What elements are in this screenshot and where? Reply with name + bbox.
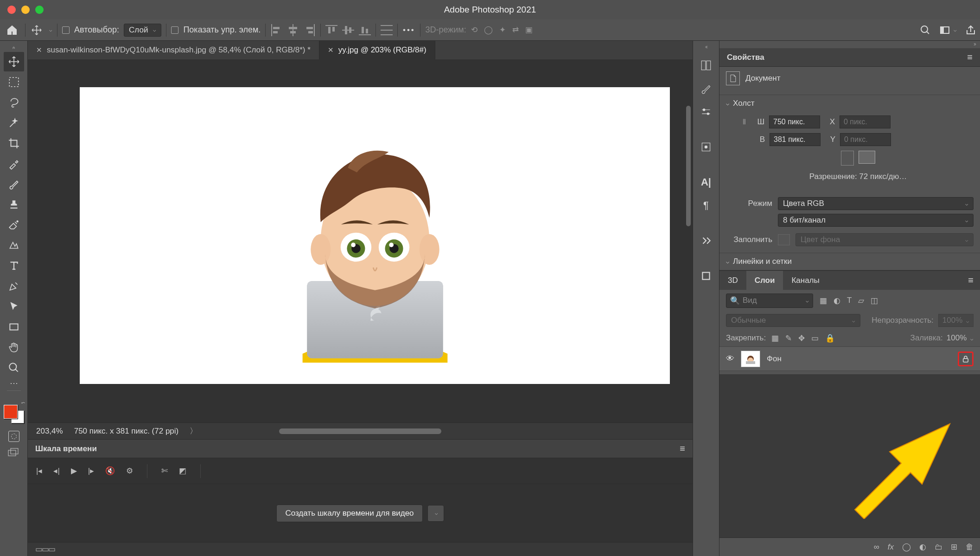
swap-colors-icon[interactable]: ⤺	[21, 400, 25, 405]
document-canvas[interactable]	[80, 87, 670, 384]
align-hcenter-button[interactable]	[287, 24, 299, 36]
layer-style-icon[interactable]: fx	[888, 543, 894, 552]
width-input[interactable]: 750 пикс.	[769, 115, 820, 128]
color-mode-dropdown[interactable]: Цвета RGB⌵	[778, 197, 974, 210]
lock-position-icon[interactable]: ✥	[798, 333, 805, 343]
align-right-button[interactable]	[304, 24, 316, 36]
layer-mask-icon[interactable]: ◯	[902, 542, 911, 552]
height-input[interactable]: 381 пикс.	[770, 133, 821, 146]
align-top-button[interactable]	[325, 24, 337, 36]
window-zoom-button[interactable]	[35, 6, 44, 14]
horizontal-scrollbar[interactable]	[279, 428, 441, 434]
close-tab-icon[interactable]: ✕	[36, 46, 42, 54]
timeline-transition-icon[interactable]: ◩	[179, 466, 186, 476]
timeline-split-icon[interactable]: ✄	[161, 466, 168, 476]
bit-depth-dropdown[interactable]: 8 бит/канал⌵	[778, 214, 974, 227]
timeline-play-icon[interactable]: ▶	[71, 466, 77, 476]
layer-thumbnail[interactable]	[741, 351, 760, 367]
layer-lock-icon[interactable]	[958, 351, 974, 366]
overflow-button[interactable]: •••	[402, 24, 415, 37]
link-layers-icon[interactable]: ∞	[874, 543, 879, 552]
document-tab-2[interactable]: ✕ yy.jpg @ 203% (RGB/8#)	[319, 41, 435, 59]
tab-layers[interactable]: Слои	[746, 271, 783, 290]
lock-all-icon[interactable]: 🔒	[825, 333, 835, 343]
share-icon[interactable]	[965, 25, 976, 36]
3d-orbit-icon[interactable]: ⟲	[471, 25, 477, 35]
close-tab-icon[interactable]: ✕	[328, 46, 334, 54]
path-select-tool[interactable]	[4, 297, 24, 316]
filter-pixel-icon[interactable]: ▦	[820, 296, 827, 306]
lasso-tool[interactable]	[4, 93, 24, 112]
properties-menu-icon[interactable]: ≡	[967, 52, 973, 63]
dock-adjust-icon[interactable]	[698, 104, 714, 120]
align-vcenter-button[interactable]	[342, 24, 354, 36]
tab-channels[interactable]: Каналы	[783, 271, 827, 290]
quick-mask-toggle[interactable]	[8, 431, 19, 442]
3d-pan-icon[interactable]: ✦	[499, 25, 506, 35]
align-left-button[interactable]	[270, 24, 282, 36]
marquee-tool[interactable]	[4, 72, 24, 92]
auto-select-checkbox[interactable]	[62, 26, 70, 34]
lock-pixels-icon[interactable]: ✎	[785, 333, 792, 343]
right-collapse-handle[interactable]: ››	[719, 41, 980, 48]
zoom-tool[interactable]	[4, 358, 24, 377]
window-close-button[interactable]	[7, 6, 16, 14]
dock-paragraph-icon[interactable]: ¶	[698, 198, 714, 213]
timeline-prev-frame-icon[interactable]: ◂|	[53, 466, 59, 476]
show-transform-checkbox[interactable]	[171, 26, 178, 34]
toolbox-collapse-handle[interactable]	[0, 44, 27, 51]
eyedropper-tool[interactable]	[4, 154, 24, 173]
filter-shape-icon[interactable]: ▱	[858, 296, 864, 306]
search-icon[interactable]	[920, 25, 931, 36]
distribute-button[interactable]	[381, 24, 393, 36]
timeline-menu-icon[interactable]: ≡	[680, 443, 685, 454]
stamp-tool[interactable]	[4, 195, 24, 214]
dock-character-icon[interactable]: A|	[698, 174, 714, 190]
filter-type-icon[interactable]: T	[847, 296, 852, 306]
foreground-color[interactable]	[4, 405, 18, 419]
vertical-scrollbar[interactable]	[686, 59, 691, 422]
pen-tool[interactable]	[4, 276, 24, 296]
dock-libraries-icon[interactable]	[698, 58, 714, 73]
create-video-timeline-button[interactable]: Создать шкалу времени для видео	[276, 505, 422, 522]
window-minimize-button[interactable]	[21, 6, 30, 14]
layer-name[interactable]: Фон	[767, 354, 951, 364]
layer-visibility-icon[interactable]: 👁	[726, 354, 734, 364]
3d-roll-icon[interactable]: ◯	[484, 25, 493, 35]
orientation-portrait-button[interactable]	[841, 151, 854, 166]
3d-slide-icon[interactable]: ⇄	[512, 25, 519, 35]
gradient-tool[interactable]	[4, 236, 24, 255]
document-tab-1[interactable]: ✕ susan-wilkinson-BfWDyQ10uMk-unsplash.j…	[28, 41, 319, 59]
filter-smart-icon[interactable]: ◫	[871, 296, 878, 306]
layers-menu-icon[interactable]: ≡	[968, 275, 974, 286]
layer-row-background[interactable]: 👁 Фон	[719, 347, 980, 371]
dock-collapse-handle[interactable]: ‹‹	[705, 44, 707, 50]
tool-chevron-icon[interactable]: ⌵	[49, 27, 52, 33]
type-tool[interactable]	[4, 256, 24, 275]
document-info[interactable]: 750 пикс. x 381 пикс. (72 ppi)	[74, 427, 179, 436]
color-swatches[interactable]: ⤺	[4, 403, 24, 423]
lock-transparency-icon[interactable]: ▦	[771, 333, 779, 343]
eraser-tool[interactable]	[4, 215, 24, 235]
home-button[interactable]	[4, 23, 20, 37]
workspace-dropdown[interactable]: ⌵	[939, 25, 957, 36]
tool-overflow[interactable]: ⋯	[4, 378, 24, 388]
timeline-settings-icon[interactable]: ⚙	[126, 466, 133, 476]
new-layer-icon[interactable]: ⊞	[951, 542, 957, 552]
screen-mode-toggle[interactable]	[8, 447, 20, 457]
dock-brushes-icon[interactable]	[698, 81, 714, 96]
move-tool[interactable]	[4, 52, 24, 71]
link-dimensions-icon[interactable]: ⦀	[743, 117, 746, 127]
layer-filter-dropdown[interactable]: 🔍 Вид ⌵	[726, 294, 813, 308]
auto-select-dropdown[interactable]: Слой ⌵	[124, 24, 161, 37]
tab-3d[interactable]: 3D	[719, 271, 746, 290]
dock-history-icon[interactable]	[698, 139, 714, 155]
lock-artboard-icon[interactable]: ▭	[811, 333, 819, 343]
3d-camera-icon[interactable]: ▣	[525, 25, 533, 35]
create-timeline-chevron[interactable]: ⌵	[427, 505, 444, 522]
orientation-landscape-button[interactable]	[859, 151, 875, 164]
align-bottom-button[interactable]	[359, 24, 371, 36]
magic-wand-tool[interactable]	[4, 113, 24, 133]
brush-tool[interactable]	[4, 174, 24, 194]
adjustment-layer-icon[interactable]: ◐	[919, 542, 926, 552]
